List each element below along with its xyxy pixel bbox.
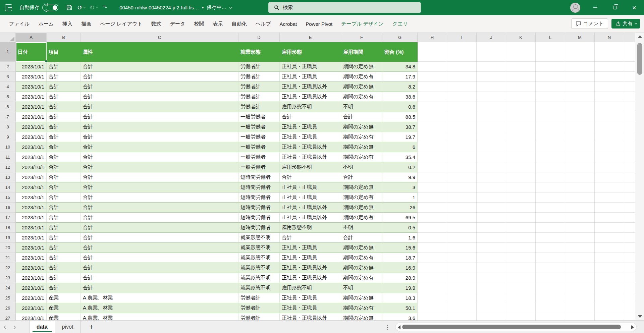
cell-M14[interactable]: [565, 182, 595, 192]
cell-G2[interactable]: 34.8: [382, 62, 418, 72]
vertical-scrollbar[interactable]: [635, 33, 644, 320]
next-sheet-button[interactable]: ›: [10, 323, 19, 331]
cell-A21[interactable]: 2023/10/1: [16, 253, 47, 263]
cell-G8[interactable]: 38.7: [382, 122, 418, 132]
cell-J9[interactable]: [477, 132, 506, 142]
cell-D9[interactable]: 一般労働者: [238, 132, 280, 142]
save-button[interactable]: [64, 3, 74, 12]
cell-G18[interactable]: 0.5: [382, 223, 418, 233]
excel-app-icon[interactable]: [5, 4, 12, 11]
cell-H4[interactable]: [418, 82, 447, 92]
cell-K5[interactable]: [506, 92, 536, 102]
cell-J1[interactable]: [477, 42, 506, 62]
cell-D7[interactable]: 一般労働者: [238, 112, 280, 122]
cell-N7[interactable]: [595, 112, 624, 122]
cell-A27[interactable]: 2023/10/1: [16, 313, 47, 320]
cell-x2[interactable]: [624, 62, 635, 72]
column-header-I[interactable]: I: [447, 33, 477, 42]
cell-K9[interactable]: [506, 132, 536, 142]
cell-D11[interactable]: 一般労働者: [238, 152, 280, 162]
cell-I24[interactable]: [447, 283, 477, 293]
cell-H15[interactable]: [418, 192, 447, 203]
cell-J11[interactable]: [477, 152, 506, 162]
cell-F18[interactable]: 不明: [341, 223, 382, 233]
cell-D1[interactable]: 就業形態: [238, 42, 280, 62]
cell-E16[interactable]: 正社員・正職員以外: [280, 203, 341, 213]
cell-H11[interactable]: [418, 152, 447, 162]
cell-x15[interactable]: [624, 192, 635, 203]
cell-H27[interactable]: [418, 313, 447, 320]
cell-D26[interactable]: 労働者計: [238, 303, 280, 313]
cell-N17[interactable]: [595, 213, 624, 223]
ribbon-tab-4[interactable]: ページ レイアウト: [96, 18, 147, 30]
cell-A15[interactable]: 2023/10/1: [16, 192, 47, 203]
cell-M20[interactable]: [565, 243, 595, 253]
cell-L2[interactable]: [536, 62, 565, 72]
cell-I23[interactable]: [447, 273, 477, 283]
cell-C13[interactable]: 合計: [81, 172, 238, 182]
cell-C14[interactable]: 合計: [81, 182, 238, 192]
cell-L6[interactable]: [536, 102, 565, 112]
cell-D27[interactable]: 労働者計: [238, 313, 280, 320]
comments-button[interactable]: コメント: [571, 18, 608, 29]
row-header-1[interactable]: 1: [0, 42, 16, 62]
cell-D3[interactable]: 労働者計: [238, 72, 280, 82]
ribbon-tab-3[interactable]: 描画: [77, 18, 96, 30]
cell-B1[interactable]: 項目: [47, 42, 81, 62]
cell-K25[interactable]: [506, 293, 536, 303]
cell-A10[interactable]: 2023/10/1: [16, 142, 47, 152]
cell-I11[interactable]: [447, 152, 477, 162]
cell-A2[interactable]: 2023/10/1: [16, 62, 47, 72]
cell-G1[interactable]: 割合 (%): [382, 42, 418, 62]
cell-F24[interactable]: 不明: [341, 283, 382, 293]
row-header-5[interactable]: 5: [0, 92, 16, 102]
cell-H19[interactable]: [418, 233, 447, 243]
cell-N9[interactable]: [595, 132, 624, 142]
column-header-E[interactable]: E: [280, 33, 341, 42]
cell-G24[interactable]: 19.9: [382, 283, 418, 293]
cell-E17[interactable]: 正社員・正職員以外: [280, 213, 341, 223]
cell-L22[interactable]: [536, 263, 565, 273]
column-header-K[interactable]: K: [506, 33, 536, 42]
cell-E15[interactable]: 正社員・正職員: [280, 192, 341, 203]
cell-G27[interactable]: 3.6: [382, 313, 418, 320]
cell-G22[interactable]: 16.9: [382, 263, 418, 273]
cell-F1[interactable]: 雇用期間: [341, 42, 382, 62]
cell-E13[interactable]: 合計: [280, 172, 341, 182]
cell-J17[interactable]: [477, 213, 506, 223]
cell-L10[interactable]: [536, 142, 565, 152]
cell-N24[interactable]: [595, 283, 624, 293]
cell-I13[interactable]: [447, 172, 477, 182]
cell-M21[interactable]: [565, 253, 595, 263]
cell-B12[interactable]: 合計: [47, 162, 81, 172]
cell-K27[interactable]: [506, 313, 536, 320]
cell-K19[interactable]: [506, 233, 536, 243]
cell-x17[interactable]: [624, 213, 635, 223]
cell-L12[interactable]: [536, 162, 565, 172]
cell-I6[interactable]: [447, 102, 477, 112]
cell-N6[interactable]: [595, 102, 624, 112]
cell-G19[interactable]: 1.6: [382, 233, 418, 243]
cell-N12[interactable]: [595, 162, 624, 172]
cell-L8[interactable]: [536, 122, 565, 132]
sheet-tab-pivot[interactable]: pivot: [55, 321, 81, 333]
row-header-26[interactable]: 26: [0, 303, 16, 313]
ribbon-tab-14[interactable]: クエリ: [388, 18, 412, 30]
cell-D5[interactable]: 労働者計: [238, 92, 280, 102]
cell-A17[interactable]: 2023/10/1: [16, 213, 47, 223]
cell-K12[interactable]: [506, 162, 536, 172]
cell-M5[interactable]: [565, 92, 595, 102]
cell-D10[interactable]: 一般労働者: [238, 142, 280, 152]
row-header-24[interactable]: 24: [0, 283, 16, 293]
column-header-N[interactable]: N: [595, 33, 624, 42]
cell-E5[interactable]: 正社員・正職員以外: [280, 92, 341, 102]
cell-D21[interactable]: 就業形態不明: [238, 253, 280, 263]
row-header-7[interactable]: 7: [0, 112, 16, 122]
cell-B17[interactable]: 合計: [47, 213, 81, 223]
cell-I16[interactable]: [447, 203, 477, 213]
cell-H2[interactable]: [418, 62, 447, 72]
cell-K10[interactable]: [506, 142, 536, 152]
cell-K8[interactable]: [506, 122, 536, 132]
cell-A12[interactable]: 2023/10/1: [16, 162, 47, 172]
cell-D14[interactable]: 短時間労働者: [238, 182, 280, 192]
